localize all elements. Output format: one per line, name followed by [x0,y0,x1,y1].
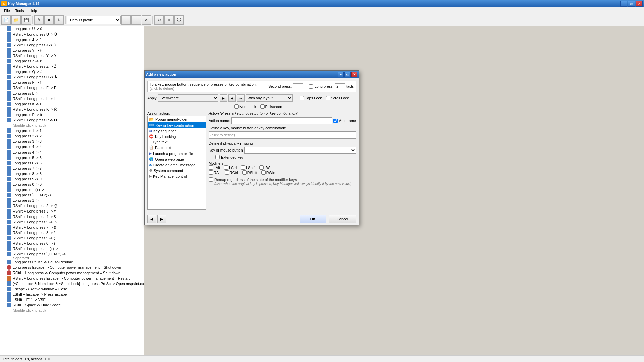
list-item[interactable]: Long press Y -> ý [0,48,144,53]
list-item[interactable]: [~Caps Lock & Num Lock & ~Scroll Lock] L… [0,281,144,286]
lwin-item[interactable]: LWin [259,165,272,170]
bottom-icon-btn2[interactable]: ▶ [157,215,166,223]
key-mouse-select[interactable] [244,147,356,154]
list-item[interactable]: LShift + Escape -> Press Escape [0,292,144,297]
long-press-checkbox[interactable] [309,84,313,89]
open-button[interactable]: 📁 [11,15,21,25]
list-item[interactable]: Long press Q -> ä [0,69,144,74]
list-item[interactable]: Long press Pause -> Pause/Resume [0,259,144,265]
lctrl-item[interactable]: LCtrl [224,165,237,170]
rwin-checkbox[interactable] [261,170,266,175]
list-item[interactable]: RShift + Long press F -> Ř [0,85,144,90]
scroll-lock-checkbox[interactable] [326,96,330,100]
extended-key-checkbox[interactable] [215,155,220,159]
action-popup-menu[interactable]: 📂 Popup menu/Folder [148,116,206,122]
list-item[interactable]: Long press 8 -> 8 [0,171,144,176]
list-item[interactable]: RShift + Long press = (+) -> - [0,246,144,251]
menu-file[interactable]: File [1,8,13,13]
list-item[interactable]: RShift + Long press Y -> Ý [0,53,144,58]
list-item[interactable]: Long press 9 -> 9 [0,176,144,182]
export-button[interactable]: ⇧ [164,15,174,25]
list-item[interactable]: Long press U -> ú [0,26,144,32]
list-item[interactable]: Long press `(OEM 2) -> ` [0,192,144,198]
action-name-input[interactable] [231,117,332,124]
action-email[interactable]: ✉ Create an email message [148,162,206,168]
ok-button[interactable]: OK [300,215,326,223]
list-item[interactable]: Long press L -> í [0,90,144,96]
list-item[interactable]: Long press K -> ř [0,101,144,107]
fullscreen-checkbox[interactable] [260,104,265,109]
fullscreen-item[interactable]: Fullscreen [260,104,282,109]
list-item[interactable]: Long press P -> ô [0,112,144,117]
list-item[interactable]: Long press Z -> ž [0,58,144,64]
list-item[interactable]: RShift + Long press 2 -> @ [0,203,144,208]
action-key-sequence[interactable]: ⇉ Key sequence [148,128,206,134]
lshift-checkbox[interactable] [241,165,245,170]
rwin-item[interactable]: RWin [261,170,275,175]
list-item[interactable]: LShift + F11 -> VŠE [0,297,144,302]
list-item[interactable]: RShift + Long press 3 -> # [0,208,144,214]
num-lock-item[interactable]: Num Lock [234,104,256,109]
remap-checkbox[interactable] [209,177,213,182]
list-item[interactable]: RShift + Long press L -> Í [0,96,144,101]
action-system-cmd[interactable]: ⚙ System command [148,168,206,173]
list-item[interactable]: RShift + Long press 8 -> * [0,230,144,235]
list-item[interactable]: RShift + Long press 7 -> & [0,225,144,230]
dialog-minimize-button[interactable]: – [338,72,344,77]
list-item[interactable]: Long press J -> ú [0,37,144,42]
long-press-value[interactable] [335,83,345,89]
dialog-close-button[interactable]: ✕ [351,72,357,77]
caps-lock-checkbox[interactable] [300,96,304,100]
scroll-lock-item[interactable]: Scroll Lock [326,96,349,100]
action-open-web[interactable]: 🌎 Open a web page [148,156,206,162]
action-launch-program[interactable]: ▶ Launch a program or file [148,150,206,156]
profile-selector[interactable]: Default profile [67,16,121,24]
action-key-combination[interactable]: ⌨ Key or key combination [148,122,206,128]
save-button[interactable]: 💾 [21,15,31,25]
layout-select[interactable]: With any layout [246,94,293,102]
reload-button[interactable]: ↻ [54,15,64,25]
action-key-blocking[interactable]: ⛔ Key blocking [148,134,206,139]
bottom-icon-btn1[interactable]: ◀ [147,215,156,223]
ralt-item[interactable]: RAlt [209,170,221,175]
list-item[interactable]: Long press 6 -> 6 [0,160,144,166]
delete-button[interactable]: ✕ [44,15,54,25]
autoname-checkbox[interactable] [333,119,338,123]
list-item[interactable]: Long press 1 -> ! [0,198,144,203]
profile-delete-button[interactable]: ✕ [142,15,151,25]
num-lock-checkbox[interactable] [234,104,239,109]
list-item[interactable]: RShift + Long press K -> Ř [0,107,144,112]
lalt-checkbox[interactable] [209,165,213,170]
profile-edit-button[interactable]: → [131,15,141,25]
settings-button[interactable]: ⚙ [154,15,164,25]
profile-new-button[interactable]: + [121,15,131,25]
apply-btn2[interactable]: ◀ [228,94,236,102]
second-press-input[interactable] [293,83,303,89]
list-item[interactable]: RShift + Long press U -> Ú [0,32,144,37]
list-item[interactable]: RShift + Long press J -> Ú [0,42,144,48]
rctrl-item[interactable]: RCtrl [225,170,238,175]
apply-btn1[interactable]: ▶ [220,94,227,102]
rctrl-checkbox[interactable] [225,170,229,175]
list-item[interactable]: RShift + Long press Escape -> Computer p… [0,276,144,281]
list-item[interactable]: Long press F -> ř [0,80,144,85]
list-item[interactable]: RCtrl + Long press -> Computer power man… [0,270,144,276]
lwin-checkbox[interactable] [259,165,264,170]
list-item[interactable]: Long press 4 -> 4 [0,144,144,149]
lalt-item[interactable]: LAlt [209,165,220,170]
rshift-item[interactable]: RShift [242,170,257,175]
apply-btn3[interactable]: → [237,94,245,102]
list-item[interactable]: RShift + Long press Z -> Ž [0,64,144,69]
list-item[interactable]: RCtrl + Space -> Hard Space [0,302,144,308]
action-type-text[interactable]: T Type text [148,139,206,145]
new-button[interactable]: 📄 [1,15,11,25]
list-item[interactable]: Long press 0 -> 0 [0,182,144,187]
dialog-restore-button[interactable]: ▭ [344,72,351,77]
add-item2[interactable]: (double click to add) [0,308,144,313]
lshift-item[interactable]: LShift [241,165,255,170]
edit-button[interactable]: ✎ [34,15,44,25]
list-item[interactable]: RShift + Long press 0 -> ) [0,241,144,246]
about-button[interactable]: ⓘ [174,15,184,25]
caps-lock-item[interactable]: Caps Lock [300,96,322,100]
apply-select[interactable]: Everywhere [158,94,218,102]
